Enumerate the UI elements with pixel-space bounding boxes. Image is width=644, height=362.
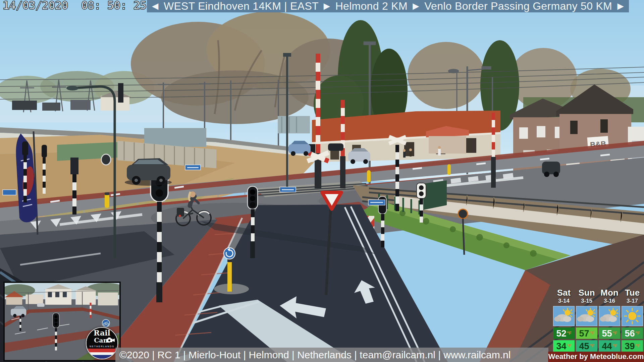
logo-text-cam: Cam bbox=[87, 337, 117, 344]
high-temp: 52°F bbox=[553, 327, 575, 339]
striped-pole bbox=[395, 145, 399, 211]
weather-date: 3-15 bbox=[576, 298, 597, 305]
sun-behind-cloud-icon bbox=[553, 306, 575, 326]
convex-mirror bbox=[458, 209, 468, 219]
logo-country-label: NETHERLANDS bbox=[87, 345, 117, 349]
low-temp: 34°F bbox=[553, 340, 575, 352]
copyright-info-bar: ©2020 | RC 1 | Mierlo-Hout | Helmond | N… bbox=[115, 348, 548, 362]
weather-day: Mon bbox=[599, 287, 620, 298]
flag-band-white bbox=[87, 352, 117, 355]
weather-date: 3-17 bbox=[622, 298, 643, 305]
railcam-logo: Rail Cam NETHERLANDS bbox=[86, 327, 118, 359]
low-temp: 45°F bbox=[576, 340, 597, 352]
sun-behind-cloud-icon bbox=[599, 306, 620, 326]
high-temp: 56°F bbox=[622, 327, 643, 339]
direction-banner: ◄ WEST Eindhoven 14KM | EAST ► Helmond 2… bbox=[147, 0, 629, 12]
pip-bike-sign bbox=[102, 319, 110, 327]
weather-day: Sat bbox=[553, 287, 575, 298]
railcam-video-frame: B&B bbox=[0, 0, 644, 362]
weather-day: Tue bbox=[622, 287, 643, 298]
weather-day: Sun bbox=[576, 287, 597, 298]
low-temp: 44°F bbox=[599, 340, 620, 352]
sunny-icon bbox=[622, 306, 643, 326]
camera-icon bbox=[107, 338, 115, 342]
weather-date: 3-16 bbox=[599, 298, 620, 305]
weather-date: 3-14 bbox=[553, 298, 575, 305]
weather-credit: Weather by Meteoblue.com bbox=[548, 352, 644, 362]
timestamp-overlay: 14/03/2020 08: 50: 25 bbox=[3, 0, 146, 12]
weather-widget: Sat Sun Mon Tue 3-14 3-15 3-16 3-17 52°F… bbox=[553, 287, 643, 352]
flag-band-red bbox=[87, 349, 117, 352]
high-temp: 57°F bbox=[576, 327, 597, 339]
striped-pole bbox=[72, 174, 76, 215]
low-temp: 39°F bbox=[622, 340, 643, 352]
sun-behind-cloud-icon bbox=[576, 306, 597, 326]
high-temp: 55°F bbox=[599, 327, 620, 339]
